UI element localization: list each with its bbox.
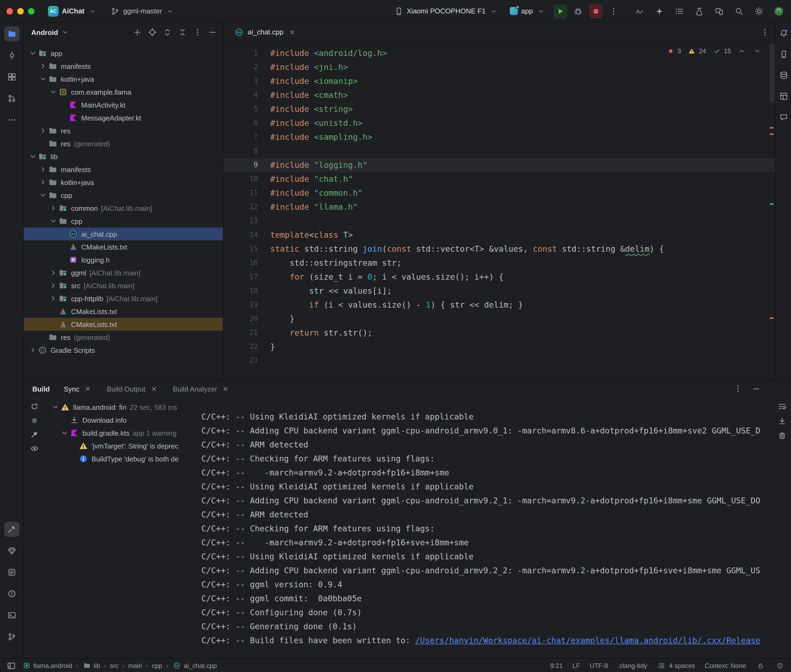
project-tree-item[interactable]: manifests [24,60,223,73]
profile-avatar-icon[interactable] [774,6,784,16]
editor-scrollbar[interactable] [770,43,775,102]
search-everywhere-icon[interactable] [734,6,744,16]
breadcrumb-item[interactable]: ++ai_chat.cpp [172,661,217,670]
todo-list-icon[interactable] [674,6,684,16]
vcs-stripe-mark[interactable] [770,203,773,205]
error-stripe-mark[interactable] [770,317,773,319]
project-tree-item[interactable]: res(generated) [24,137,223,150]
line-number[interactable]: 5 [223,102,258,116]
project-tree-item[interactable]: CMakeLists.txt [24,305,223,318]
line-number[interactable]: 18 [223,284,258,298]
ai-assistant-icon[interactable] [655,6,664,16]
project-tree-item[interactable]: CMakeLists.txt [24,318,223,331]
commit-tool-button[interactable] [4,48,19,63]
line-number[interactable]: 14 [223,228,258,242]
build-tree-item[interactable]: BuildType 'debug' is both de [45,452,194,465]
soft-wrap-icon[interactable] [777,402,787,411]
line-number[interactable]: 23 [223,354,258,368]
line-number[interactable]: 1 [223,46,258,60]
project-tree-item[interactable]: res(generated) [24,331,223,344]
project-tree-item[interactable]: MessageAdapter.kt [24,111,223,124]
device-mirror-icon[interactable] [714,6,724,16]
line-separator[interactable]: LF [573,662,580,669]
device-manager-tool-button[interactable] [777,47,791,61]
chevron-right-icon[interactable] [48,203,58,213]
line-number[interactable]: 10 [223,172,258,186]
clang-tidy[interactable]: .clang-tidy [618,662,647,669]
error-stripe-mark[interactable] [770,133,773,135]
line-number[interactable]: 19 [223,298,258,312]
build-tab-build-analyzer[interactable]: Build Analyzer [173,384,231,394]
problems-tool-button[interactable] [4,586,19,601]
chevron-down-icon[interactable] [38,190,47,200]
run-more-options-button[interactable] [606,4,621,18]
chevron-down-icon[interactable] [28,49,37,58]
locate-file-icon[interactable] [148,27,157,37]
inspection-widget[interactable]: 3 24 15 [666,46,762,56]
close-window-button[interactable] [6,8,13,14]
build-tab-sync[interactable]: Sync [64,384,93,394]
project-tree-item[interactable]: common[AiChat.lib.main] [24,202,223,214]
tool-window-switcher-icon[interactable] [6,661,16,670]
hide-panel-icon[interactable] [208,27,217,37]
close-icon[interactable] [221,384,231,394]
error-count[interactable]: 3 [666,46,681,56]
code-area[interactable]: 1#include <android/log.h>2#include <jni.… [223,42,775,380]
build-tree-item[interactable]: llama.android: fin22 sec, 583 ms [45,401,194,414]
project-tree-item[interactable]: Hlogging.h [24,253,223,266]
breadcrumb-item[interactable]: lib [82,661,100,670]
restart-build-icon[interactable] [30,402,39,411]
project-tree-item[interactable]: lib [24,150,223,163]
stop-build-icon[interactable] [30,416,39,426]
line-number[interactable]: 17 [223,270,258,284]
breadcrumb-item[interactable]: main [128,662,142,669]
line-number[interactable]: 12 [223,200,258,214]
build-tree-item[interactable]: build.gradle.ktsapp 1 warning [45,427,194,439]
line-number[interactable]: 16 [223,256,258,270]
branch-widget[interactable]: ggml-master [107,4,179,18]
build-console[interactable]: C/C++: -- Using KleidiAI optimized kerne… [194,397,791,658]
line-number[interactable]: 21 [223,326,258,340]
chevron-down-icon[interactable] [48,87,58,96]
add-icon[interactable] [132,27,142,37]
file-encoding[interactable]: UTF-8 [590,662,608,669]
chevron-right-icon[interactable] [48,268,58,277]
debug-button[interactable] [571,4,585,18]
project-tool-button[interactable] [4,26,19,42]
next-issue-icon[interactable] [752,46,762,56]
indent-setting[interactable]: 4 spaces [657,661,695,670]
error-stripe-mark[interactable] [770,127,773,128]
chevron-down-icon[interactable] [48,216,58,226]
scroll-to-end-icon[interactable] [777,416,787,426]
options-icon[interactable] [193,27,202,37]
lock-icon[interactable] [756,661,765,670]
line-number[interactable]: 9 [223,158,258,172]
build-tool-button[interactable] [4,522,19,537]
filter-icon[interactable] [30,444,39,453]
close-tab-icon[interactable] [287,27,297,37]
build-variants-icon[interactable] [695,6,704,16]
warning-count[interactable]: 24 [687,46,706,56]
code-with-me-icon[interactable]: A [635,6,644,16]
project-view-selector[interactable]: Android [31,28,58,36]
layout-inspector-tool-button[interactable] [777,89,791,103]
chevron-right-icon[interactable] [48,294,58,303]
chevron-right-icon[interactable] [38,165,47,174]
project-tree-item[interactable]: manifests [24,163,223,176]
settings-icon[interactable] [754,6,764,16]
resource-manager-tool-button[interactable] [4,69,19,85]
run-button[interactable] [554,4,567,18]
editor-options-icon[interactable] [760,27,770,37]
minimize-window-button[interactable] [17,8,24,14]
project-tree-item[interactable]: kotlin+java [24,73,223,85]
collapse-all-icon[interactable] [178,27,187,37]
chevron-right-icon[interactable] [38,62,47,71]
version-control-tool-button[interactable] [4,629,19,644]
stop-button[interactable] [589,4,603,18]
database-tool-button[interactable] [777,68,791,82]
assistant-tool-button[interactable] [777,110,791,124]
line-number[interactable]: 3 [223,74,258,88]
project-tree-item[interactable]: kotlin+java [24,176,223,189]
terminal-tool-button[interactable] [4,608,19,623]
passed-count[interactable]: 15 [712,46,731,56]
